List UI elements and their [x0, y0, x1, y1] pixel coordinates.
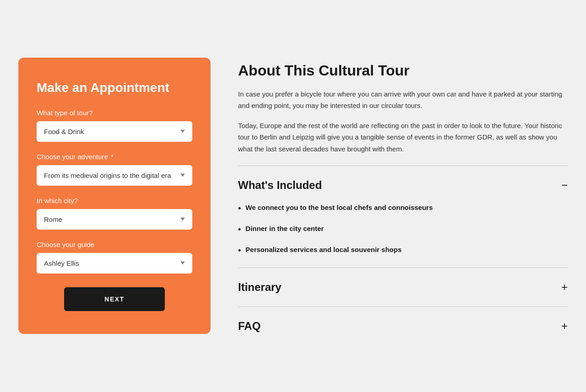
list-item: Dinner in the city center [238, 224, 568, 236]
whats-included-list: We connect you to the best local chefs a… [238, 203, 568, 257]
info-paragraph-2: Today, Europe and the rest of the world … [238, 120, 568, 155]
itinerary-title: Itinerary [238, 281, 282, 294]
divider-3 [238, 306, 568, 307]
adventure-label: Choose your adventure * [37, 153, 192, 161]
tour-type-select[interactable]: Food & Drink Cultural Tour Walking Tour … [37, 121, 192, 142]
faq-title: FAQ [238, 320, 260, 333]
tour-type-group: What type of tour? Food & Drink Cultural… [37, 109, 192, 142]
appointment-card: Make an Appointment What type of tour? F… [18, 58, 211, 334]
divider-1 [238, 166, 568, 166]
appointment-title: Make an Appointment [37, 81, 192, 95]
guide-group: Choose your guide Ashley Ellis John Smit… [37, 241, 192, 274]
city-label: In which city? [37, 197, 192, 204]
city-group: In which city? Rome Berlin Leipzig Paris… [37, 197, 192, 230]
guide-label: Choose your guide [37, 241, 192, 248]
adventure-select[interactable]: From its medieval origins to the digital… [37, 165, 192, 186]
city-select[interactable]: Rome Berlin Leipzig Paris Amsterdam [37, 209, 192, 230]
adventure-select-wrapper: From its medieval origins to the digital… [37, 165, 192, 186]
city-select-wrapper: Rome Berlin Leipzig Paris Amsterdam [37, 209, 192, 230]
adventure-group: Choose your adventure * From its medieva… [37, 153, 192, 186]
faq-icon: + [561, 321, 568, 332]
divider-2 [238, 268, 568, 268]
whats-included-content: We connect you to the best local chefs a… [238, 203, 568, 257]
tour-type-label: What type of tour? [37, 109, 192, 117]
info-title: About This Cultural Tour [238, 62, 568, 79]
page-wrapper: Make an Appointment What type of tour? F… [18, 58, 568, 335]
whats-included-title: What's Included [238, 179, 322, 192]
faq-section[interactable]: FAQ + [238, 318, 568, 334]
list-item: We connect you to the best local chefs a… [238, 203, 568, 215]
list-item: Personalized services and local souvenir… [238, 245, 568, 257]
itinerary-section[interactable]: Itinerary + [238, 279, 568, 295]
whats-included-section[interactable]: What's Included − [238, 177, 568, 193]
tour-type-select-wrapper: Food & Drink Cultural Tour Walking Tour … [37, 121, 192, 142]
info-panel: About This Cultural Tour In case you pre… [238, 58, 568, 335]
next-button[interactable]: NEXT [64, 287, 165, 311]
guide-select[interactable]: Ashley Ellis John Smith Maria Garcia [37, 253, 192, 274]
info-paragraph-1: In case you prefer a bicycle tour where … [238, 88, 568, 112]
itinerary-icon: + [561, 282, 568, 293]
guide-select-wrapper: Ashley Ellis John Smith Maria Garcia [37, 253, 192, 274]
whats-included-icon: − [561, 180, 568, 191]
adventure-required-marker: * [111, 153, 114, 161]
